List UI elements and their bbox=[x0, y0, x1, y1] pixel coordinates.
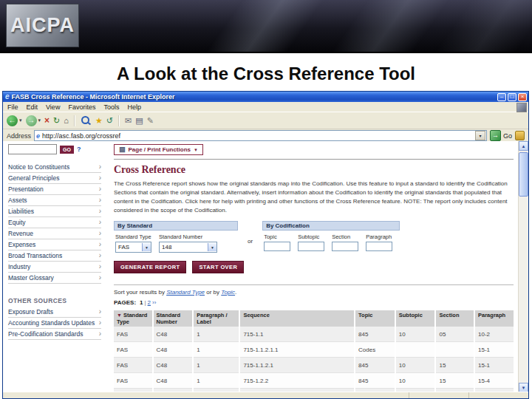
go-button[interactable]: → Go bbox=[490, 130, 512, 141]
cell-paragraph-label: 1 bbox=[193, 327, 239, 342]
codification-search-input[interactable] bbox=[8, 144, 57, 154]
address-dropdown-icon[interactable]: ▾ bbox=[475, 131, 485, 140]
scrollbar-thumb[interactable] bbox=[519, 152, 528, 197]
column-header[interactable]: Standard Type bbox=[114, 310, 153, 327]
favorites-icon[interactable]: ★ bbox=[95, 117, 103, 125]
column-header[interactable]: Section bbox=[435, 310, 474, 327]
cell-topic[interactable]: 845 bbox=[355, 358, 395, 373]
sidebar-item[interactable]: Notice to Constituents bbox=[8, 162, 101, 173]
table-row[interactable]: FAS C48 1 715-1.2.2 845 10 15 15-4 bbox=[114, 373, 514, 389]
table-row[interactable]: FAS C48 1 715-1.1.2.1.1 Codes 15-1 bbox=[114, 342, 514, 358]
chevron-right-icon bbox=[99, 263, 101, 270]
sidebar-item[interactable]: Master Glossary bbox=[8, 273, 101, 284]
sidebar-item[interactable]: Industry bbox=[8, 262, 101, 273]
cell-standard-type: FAS bbox=[114, 358, 153, 373]
sidebar-item[interactable]: Expenses bbox=[8, 239, 101, 250]
sort-middle: or by bbox=[205, 289, 221, 296]
subtopic-input[interactable] bbox=[298, 242, 324, 251]
start-over-button[interactable]: START OVER bbox=[192, 261, 244, 273]
menu-item[interactable]: Favorites bbox=[68, 103, 95, 111]
sidebar-go-button[interactable]: GO bbox=[60, 146, 74, 154]
section-input[interactable] bbox=[332, 242, 358, 251]
sidebar-item-label: Master Glossary bbox=[8, 274, 54, 282]
table-row[interactable]: FAS C48 1 715-1.1 845 10 05 10-2 bbox=[114, 327, 514, 342]
toolbar-extension-icon[interactable] bbox=[515, 131, 525, 140]
back-dropdown-icon[interactable]: ▾ bbox=[19, 117, 22, 123]
chevron-down-icon: ▼ bbox=[194, 148, 198, 152]
windows-logo-icon bbox=[516, 103, 527, 112]
topic-input[interactable] bbox=[264, 242, 290, 251]
cell-topic[interactable]: Codes bbox=[355, 342, 395, 358]
cell-section: 15 bbox=[435, 373, 474, 389]
help-link[interactable]: ? bbox=[77, 146, 81, 153]
page-print-functions-button[interactable]: ▤ Page / Print Functions ▼ bbox=[114, 144, 203, 155]
refresh-icon[interactable]: ↻ bbox=[53, 117, 60, 125]
chevron-right-icon bbox=[99, 208, 101, 215]
home-icon[interactable]: ⌂ bbox=[64, 117, 69, 125]
sidebar-item[interactable]: Assets bbox=[8, 195, 101, 206]
maximize-button[interactable]: □ bbox=[508, 93, 516, 101]
sidebar-item-label: Presentation bbox=[8, 185, 44, 193]
history-icon[interactable]: ↺ bbox=[106, 117, 113, 125]
sidebar-item[interactable]: Presentation bbox=[8, 184, 101, 195]
stop-icon[interactable]: × bbox=[44, 116, 50, 125]
mail-icon[interactable]: ✉ bbox=[125, 117, 132, 125]
sort-by-topic-link[interactable]: Topic bbox=[221, 289, 235, 296]
column-header[interactable]: Subtopic bbox=[395, 310, 436, 327]
sidebar-item[interactable]: Pre-Codification Standards bbox=[8, 329, 101, 340]
chevron-right-icon bbox=[99, 174, 101, 182]
status-segment bbox=[468, 392, 528, 398]
next-pages-icon[interactable]: ›› bbox=[152, 299, 156, 306]
standard-number-select[interactable]: 148 ▼ bbox=[159, 242, 217, 253]
sidebar-item[interactable]: Liabilities bbox=[8, 206, 101, 217]
menu-item[interactable]: Tools bbox=[103, 103, 119, 111]
chevron-right-icon bbox=[99, 219, 101, 226]
paragraph-input[interactable] bbox=[366, 242, 392, 251]
menu-item[interactable]: Help bbox=[127, 103, 141, 111]
print-icon: ▤ bbox=[119, 146, 126, 153]
cell-sequence: 715-1.1.2.1.1 bbox=[239, 342, 355, 358]
forward-dropdown-icon[interactable]: ▾ bbox=[38, 117, 41, 123]
minimize-button[interactable]: – bbox=[497, 93, 506, 101]
column-header[interactable]: Paragraph bbox=[474, 310, 514, 327]
print-icon[interactable]: ▤ bbox=[135, 117, 143, 125]
standard-type-select[interactable]: FAS ▼ bbox=[115, 242, 151, 253]
sidebar-item[interactable]: Exposure Drafts bbox=[8, 307, 101, 318]
cell-topic[interactable]: 845 bbox=[355, 327, 395, 342]
column-header[interactable]: Standard Number bbox=[153, 310, 194, 327]
filter-section: By Standard Standard Type FAS ▼ Standard… bbox=[114, 221, 514, 253]
standard-type-label: Standard Type bbox=[115, 233, 151, 240]
search-icon[interactable] bbox=[81, 116, 89, 124]
column-header[interactable]: Paragraph / Label bbox=[193, 310, 239, 327]
paragraph-label: Paragraph bbox=[366, 233, 392, 240]
edit-icon[interactable]: ✎ bbox=[147, 117, 154, 125]
address-input[interactable] bbox=[42, 132, 475, 140]
page-2-link[interactable]: 2 bbox=[148, 299, 151, 306]
window-titlebar[interactable]: e FASB Cross Reference - Microsoft Inter… bbox=[3, 92, 528, 102]
menu-item[interactable]: View bbox=[46, 103, 60, 111]
forward-icon[interactable]: → bbox=[26, 115, 37, 126]
sidebar-item[interactable]: Revenue bbox=[8, 228, 101, 239]
sort-by-standard-type-link[interactable]: Standard Type bbox=[166, 289, 205, 296]
column-header[interactable]: Sequence bbox=[239, 310, 355, 327]
cell-section: 05 bbox=[435, 327, 474, 342]
sidebar-item[interactable]: Equity bbox=[8, 217, 101, 228]
status-segment bbox=[409, 392, 468, 398]
column-header[interactable]: Topic bbox=[355, 310, 395, 327]
cell-paragraph: 15-4 bbox=[474, 373, 514, 389]
sidebar-item[interactable]: Accounting Standards Updates bbox=[8, 318, 101, 329]
cell-topic[interactable]: 845 bbox=[355, 373, 395, 389]
close-button[interactable]: × bbox=[518, 93, 527, 101]
sidebar-item[interactable]: General Principles bbox=[8, 173, 101, 184]
vertical-scrollbar[interactable]: ▲ ▼ bbox=[518, 141, 528, 392]
back-icon[interactable]: ← bbox=[7, 115, 18, 126]
menu-item[interactable]: File bbox=[7, 103, 18, 111]
sidebar-item[interactable]: Broad Transactions bbox=[8, 250, 101, 262]
table-row[interactable]: FAS C48 1 715-1.1.2.1 845 10 15 15-1 bbox=[114, 358, 514, 373]
cell-standard-type: FAS bbox=[114, 327, 153, 342]
menu-item[interactable]: Edit bbox=[27, 103, 38, 111]
toolbar-separator bbox=[118, 115, 120, 126]
scroll-up-icon[interactable]: ▲ bbox=[519, 141, 528, 151]
by-standard-box: By Standard Standard Type FAS ▼ Standard… bbox=[114, 221, 238, 253]
generate-report-button[interactable]: GENERATE REPORT bbox=[114, 261, 186, 273]
